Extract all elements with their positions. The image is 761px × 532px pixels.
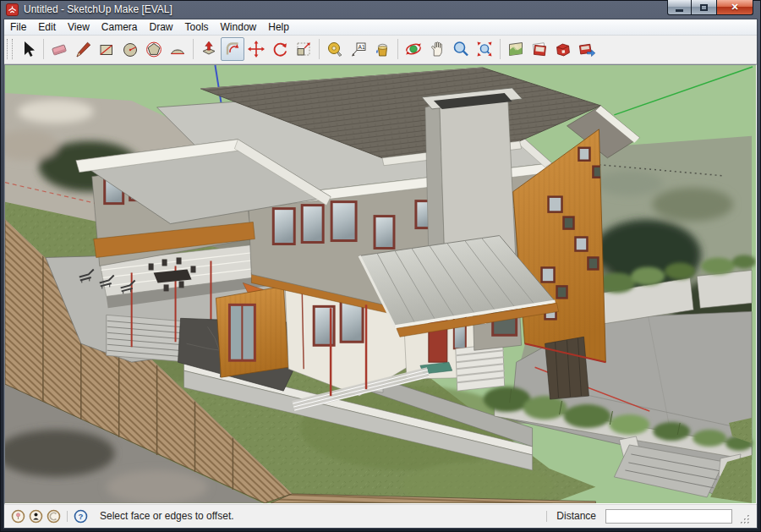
zoom-extents-tool-button[interactable] <box>473 37 496 61</box>
zoom-extents-icon <box>475 40 494 58</box>
toolbar-separator <box>500 39 501 59</box>
menu-window[interactable]: Window <box>215 20 263 34</box>
photo-textures-tool-button[interactable] <box>528 37 551 61</box>
toolbar: A1 <box>4 36 757 64</box>
orbit-icon <box>404 40 423 58</box>
svg-text:A1: A1 <box>358 44 365 51</box>
window <box>273 208 294 244</box>
toolbar-grip[interactable] <box>7 39 13 59</box>
add-location-map-icon <box>506 40 525 58</box>
toolbar-separator <box>43 39 44 59</box>
measurement-label: Distance <box>556 510 596 522</box>
rectangle-tool-button[interactable] <box>95 37 118 61</box>
menu-view[interactable]: View <box>62 20 96 34</box>
move-tool-button[interactable] <box>244 37 268 61</box>
eraser-icon <box>50 40 68 58</box>
paint-bucket-tool-button[interactable] <box>370 37 394 61</box>
window-controls: ✕ <box>667 0 753 15</box>
arc-tool-button[interactable] <box>166 37 189 61</box>
client-area: File Edit View Camera Draw Tools Window … <box>3 19 758 529</box>
move-icon <box>247 40 266 58</box>
window <box>588 257 598 269</box>
menu-camera[interactable]: Camera <box>96 20 144 34</box>
paint-bucket-icon <box>373 40 391 58</box>
title-bar[interactable]: Untitled - SketchUp Make [EVAL] <box>0 0 761 19</box>
rotate-tool-button[interactable] <box>268 37 292 61</box>
pan-tool-button[interactable] <box>425 37 449 61</box>
sketchup-logo-icon <box>6 3 19 16</box>
credits-status-icon[interactable] <box>29 509 43 524</box>
resize-grip[interactable] <box>740 514 750 524</box>
chimney <box>422 88 523 260</box>
window <box>564 217 574 228</box>
svg-text:?: ? <box>79 512 84 521</box>
menu-draw[interactable]: Draw <box>144 20 179 34</box>
help-icon[interactable]: ? <box>74 509 88 524</box>
tape-measure-icon <box>326 40 344 58</box>
maximize-icon <box>700 4 708 11</box>
close-icon: ✕ <box>731 2 738 13</box>
share-model-icon <box>578 40 596 58</box>
statusbar-separator <box>67 511 68 522</box>
eraser-tool-button[interactable] <box>47 37 71 61</box>
circle-tool-button[interactable] <box>118 37 142 61</box>
text-tool-icon: A1 <box>349 40 368 58</box>
window <box>341 301 363 342</box>
rectangle-icon <box>97 40 116 58</box>
offset-icon <box>223 40 242 58</box>
geolocation-status-icon[interactable] <box>11 509 25 524</box>
polygon-tool-button[interactable] <box>142 37 166 61</box>
line-tool-button[interactable] <box>71 37 95 61</box>
text-tool-button[interactable]: A1 <box>347 37 370 61</box>
menu-help[interactable]: Help <box>262 20 295 34</box>
menu-tools[interactable]: Tools <box>179 20 215 34</box>
zoom-magnifier-icon <box>452 40 470 58</box>
offset-tool-button[interactable] <box>221 37 244 61</box>
status-bar: ? Select face or edges to offset. Distan… <box>4 504 757 528</box>
tape-measure-tool-button[interactable] <box>323 37 347 61</box>
window <box>302 205 323 242</box>
statusbar-separator <box>546 511 547 522</box>
3d-viewport[interactable] <box>4 64 757 504</box>
pencil-icon <box>74 40 92 58</box>
menu-file[interactable]: File <box>4 20 32 34</box>
window <box>578 148 589 161</box>
orbit-tool-button[interactable] <box>402 37 425 61</box>
pan-hand-icon <box>428 40 446 58</box>
window <box>575 237 587 250</box>
minimize-button[interactable] <box>667 0 692 15</box>
zoom-tool-button[interactable] <box>449 37 473 61</box>
polygon-icon <box>145 40 163 58</box>
window <box>375 216 394 248</box>
measurement-input[interactable] <box>605 509 732 524</box>
window <box>549 196 562 211</box>
photo-textures-icon <box>530 40 549 58</box>
rotate-icon <box>271 40 289 58</box>
menu-bar: File Edit View Camera Draw Tools Window … <box>4 19 757 36</box>
scale-tool-button[interactable] <box>292 37 315 61</box>
select-tool-button[interactable] <box>16 37 40 61</box>
scale-icon <box>294 40 313 58</box>
arc-icon <box>168 40 187 58</box>
get-models-tool-button[interactable] <box>551 37 575 61</box>
status-message: Select face or edges to offset. <box>100 510 540 522</box>
sign-in-status-icon[interactable] <box>47 509 61 524</box>
get-models-warehouse-icon <box>554 40 572 58</box>
window <box>557 286 567 298</box>
menu-edit[interactable]: Edit <box>32 20 62 34</box>
toolbar-separator <box>319 39 320 59</box>
toolbar-separator <box>397 39 398 59</box>
slat-trellis <box>456 343 505 391</box>
window <box>542 267 555 282</box>
sketchup-window: Untitled - SketchUp Make [EVAL] ✕ File E… <box>0 0 761 532</box>
toolbar-separator <box>193 39 194 59</box>
share-model-tool-button[interactable] <box>575 37 599 61</box>
window <box>331 201 356 240</box>
push-pull-tool-button[interactable] <box>197 37 221 61</box>
close-button[interactable]: ✕ <box>716 0 753 15</box>
push-pull-icon <box>200 40 218 58</box>
add-location-tool-button[interactable] <box>504 37 528 61</box>
minimize-icon <box>676 9 683 12</box>
maximize-button[interactable] <box>692 0 716 15</box>
window-title: Untitled - SketchUp Make [EVAL] <box>24 3 172 15</box>
